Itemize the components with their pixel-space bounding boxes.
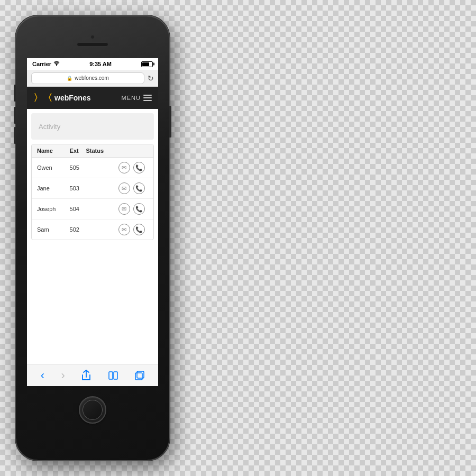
share-button[interactable]: [81, 370, 91, 381]
header-call: [133, 148, 148, 154]
forward-button[interactable]: ›: [61, 369, 65, 382]
browser-toolbar: ‹ ›: [27, 364, 158, 386]
logo-suffix: Fones: [69, 94, 90, 102]
contact-name: Jane: [37, 185, 70, 191]
message-icon[interactable]: ✉: [118, 203, 130, 215]
table-row: Joseph 504 ✉ 📞: [32, 199, 153, 219]
header-status: Status: [86, 148, 118, 154]
table-row: Sam 502 ✉ 📞: [32, 219, 153, 240]
contact-name: Gwen: [37, 164, 70, 171]
back-button[interactable]: ‹: [41, 369, 44, 382]
phone-screen: Carrier 9:35 AM 🔒: [27, 58, 158, 386]
hamburger-line-1: [143, 95, 152, 96]
contact-ext: 505: [70, 164, 86, 171]
call-icon[interactable]: 📞: [133, 162, 145, 173]
contact-table: Name Ext Status Gwen 505 ✉ 📞 Jane 503 ✉ …: [31, 144, 154, 240]
status-bar-left: Carrier: [32, 61, 60, 67]
header-name: Name: [37, 148, 70, 154]
logo-text: webFones: [54, 94, 90, 102]
menu-button[interactable]: MENU: [122, 95, 152, 101]
app-header: 〉〈 webFones MENU: [27, 87, 158, 109]
svg-rect-1: [109, 372, 113, 379]
table-row: Jane 503 ✉ 📞: [32, 178, 153, 199]
logo-prefix: web: [54, 94, 69, 102]
home-button-area: [16, 386, 169, 434]
tabs-button[interactable]: [135, 371, 144, 380]
table-row: Gwen 505 ✉ 📞: [32, 158, 153, 178]
app-logo: 〉〈 webFones: [33, 91, 90, 104]
message-icon[interactable]: ✉: [118, 182, 130, 194]
svg-point-0: [56, 65, 57, 66]
carrier-label: Carrier: [32, 61, 51, 67]
url-bar[interactable]: 🔒 webfones.com: [31, 72, 144, 84]
table-header: Name Ext Status: [32, 144, 153, 158]
hamburger-icon: [143, 95, 152, 101]
status-bar-time: 9:35 AM: [89, 61, 112, 67]
activity-section: Activity: [31, 113, 154, 140]
phone-top: [16, 16, 169, 58]
call-icon[interactable]: 📞: [133, 203, 145, 215]
activity-label: Activity: [39, 123, 60, 131]
svg-rect-4: [135, 373, 142, 380]
header-msg: [118, 148, 133, 154]
phone-mockup: Carrier 9:35 AM 🔒: [16, 16, 169, 460]
call-icon[interactable]: 📞: [133, 224, 145, 235]
refresh-icon[interactable]: ↻: [148, 74, 154, 83]
phone-camera: [90, 35, 95, 39]
home-button[interactable]: [79, 396, 106, 424]
wifi-icon: [53, 61, 60, 67]
logo-icon: 〉〈: [33, 91, 52, 104]
header-ext: Ext: [70, 148, 86, 154]
hamburger-line-2: [143, 97, 152, 98]
contact-ext: 504: [70, 206, 86, 212]
contact-name: Sam: [37, 226, 70, 233]
svg-rect-2: [114, 372, 117, 379]
menu-label: MENU: [122, 95, 141, 101]
message-icon[interactable]: ✉: [118, 162, 130, 173]
url-text: webfones.com: [75, 75, 108, 81]
contact-ext: 503: [70, 185, 86, 191]
hamburger-line-3: [143, 100, 152, 101]
status-bar-right: [141, 61, 153, 67]
browser-bar: 🔒 webfones.com ↻: [27, 70, 158, 87]
status-bar: Carrier 9:35 AM: [27, 58, 158, 70]
battery-icon: [141, 61, 153, 67]
bookmarks-button[interactable]: [108, 371, 118, 380]
call-icon[interactable]: 📞: [133, 182, 145, 194]
lock-icon: 🔒: [67, 76, 72, 81]
contact-ext: 502: [70, 226, 86, 233]
home-button-inner: [83, 400, 103, 420]
message-icon[interactable]: ✉: [118, 224, 130, 235]
svg-rect-3: [137, 371, 144, 378]
phone-speaker: [77, 42, 108, 47]
battery-fill: [142, 62, 149, 66]
contact-name: Joseph: [37, 206, 70, 212]
